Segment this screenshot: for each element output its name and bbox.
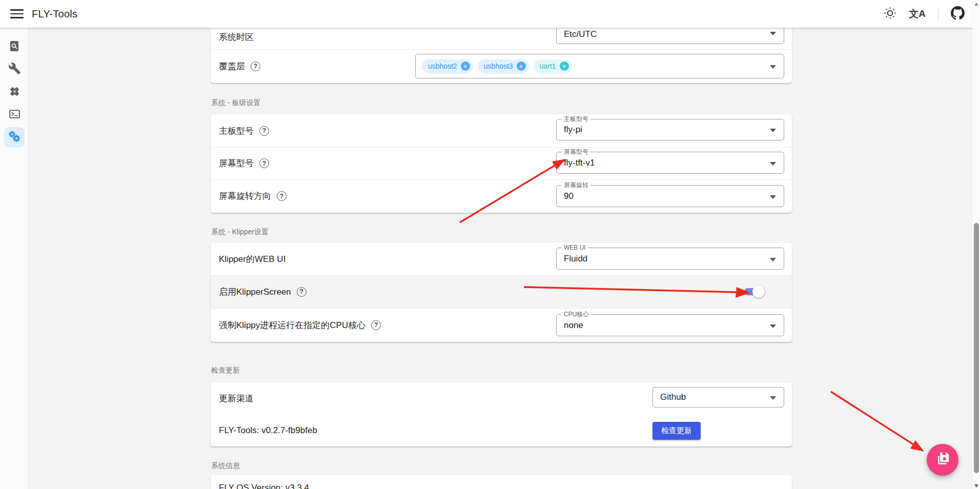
- card-sysinfo: FLY OS Version: v3.3.4: [211, 475, 792, 489]
- wrench-icon: [8, 62, 21, 77]
- help-icon[interactable]: ?: [251, 62, 260, 71]
- chip-close-icon[interactable]: ×: [517, 62, 526, 71]
- chip-label: uart1: [540, 62, 556, 70]
- chip-usbhost2[interactable]: usbhost2 ×: [422, 59, 473, 73]
- card-klipper: Klipper的WEB UI WEB UI Fluidd 启用KlipperSc…: [211, 243, 792, 342]
- screen-value: fly-tft-v1: [564, 158, 595, 168]
- scrollbar: [972, 0, 980, 489]
- screen-label: 屏幕型号: [219, 157, 254, 169]
- github-link[interactable]: [951, 6, 965, 22]
- page-title: FLY-Tools: [32, 8, 77, 20]
- card-board: 主板型号 ? 主板型号 fly-pi 屏幕型号 ? 屏幕型号 fly-tft-v…: [211, 114, 792, 213]
- timezone-label: 系统时区: [219, 31, 254, 43]
- rotation-label: 屏幕旋转方向: [219, 190, 271, 202]
- chip-label: usbhost3: [484, 62, 513, 70]
- scrollbar-thumb[interactable]: [974, 223, 979, 473]
- theme-toggle-button[interactable]: [884, 7, 896, 22]
- sidebar-item-tools[interactable]: [4, 59, 25, 79]
- toggle-thumb: [752, 286, 765, 298]
- mainboard-select-label: 主板型号: [562, 115, 590, 123]
- check-update-button[interactable]: 检查更新: [652, 422, 701, 440]
- chevron-down-icon: [770, 65, 776, 69]
- file-search-icon: [8, 40, 21, 54]
- app-bar: FLY-Tools 文A: [0, 0, 980, 28]
- section-header-board: 系统 - 板级设置: [211, 98, 260, 108]
- section-header-sysinfo: 系统信息: [211, 461, 240, 471]
- sidebar-item-terminal[interactable]: [4, 105, 25, 125]
- menu-button[interactable]: [10, 8, 24, 20]
- help-icon[interactable]: ?: [259, 158, 269, 168]
- cpucore-select[interactable]: CPU核心 none: [556, 314, 784, 336]
- webui-label: Klipper的WEB UI: [219, 253, 285, 265]
- row-version: FLY-Tools: v0.2.7-fb9bfeb: [211, 415, 792, 446]
- mainboard-label: 主板型号: [219, 125, 254, 137]
- help-icon[interactable]: ?: [259, 126, 269, 136]
- rotation-select[interactable]: 屏幕旋转 90: [556, 185, 784, 207]
- chevron-down-icon: [770, 324, 776, 328]
- overlays-label: 覆盖层: [219, 60, 245, 72]
- save-fab-button[interactable]: [927, 444, 958, 476]
- appbar-divider: [938, 7, 938, 21]
- sidebar-item-file-search[interactable]: [4, 37, 25, 57]
- sidebar: [0, 28, 29, 489]
- help-icon[interactable]: ?: [371, 320, 381, 330]
- mainboard-select[interactable]: 主板型号 fly-pi: [556, 119, 784, 140]
- chevron-down-icon: [770, 195, 776, 199]
- chevron-down-icon: [770, 258, 776, 261]
- webui-select-label: WEB UI: [562, 244, 588, 251]
- channel-select[interactable]: Github: [652, 387, 784, 408]
- channel-label: 更新渠道: [219, 393, 254, 404]
- chevron-down-icon: [770, 129, 776, 132]
- save-all-icon: [934, 451, 951, 469]
- klipperscreen-toggle[interactable]: [744, 286, 771, 298]
- terminal-icon: [8, 108, 21, 123]
- row-klipperscreen: 启用KlipperScreen ?: [211, 275, 792, 308]
- screen-select[interactable]: 屏幕型号 fly-tft-v1: [556, 152, 784, 174]
- chevron-down-icon: [770, 162, 776, 166]
- chip-usbhost3[interactable]: usbhost3 ×: [478, 59, 529, 73]
- gears-icon: [8, 130, 21, 145]
- os-version-label: FLY OS Version: v3.3.4: [219, 483, 309, 489]
- scrollbar-up-arrow[interactable]: [974, 3, 978, 6]
- cpucore-value: none: [564, 320, 583, 331]
- brightness-icon: [884, 7, 896, 22]
- section-header-klipper: 系统 - Klipper设置: [211, 228, 269, 237]
- rotation-value: 90: [564, 191, 574, 201]
- card-general: 系统时区 Etc/UTC 覆盖层 ? usbhost2 × usbhost3 ×…: [211, 28, 792, 83]
- row-os-version: FLY OS Version: v3.3.4: [211, 479, 792, 489]
- sidebar-item-patch[interactable]: [4, 82, 25, 103]
- channel-value: Github: [660, 392, 686, 402]
- translate-button[interactable]: 文A: [909, 7, 926, 21]
- chip-uart1[interactable]: uart1 ×: [534, 59, 572, 73]
- version-label: FLY-Tools: v0.2.7-fb9bfeb: [219, 425, 317, 436]
- chip-close-icon[interactable]: ×: [560, 62, 569, 71]
- cpucore-select-label: CPU核心: [562, 311, 591, 318]
- overlays-select[interactable]: usbhost2 × usbhost3 × uart1 ×: [415, 54, 784, 78]
- github-icon: [951, 6, 965, 22]
- bandage-icon: [8, 85, 21, 100]
- help-icon[interactable]: ?: [277, 191, 287, 201]
- chip-label: usbhost2: [428, 62, 457, 70]
- chip-close-icon[interactable]: ×: [461, 62, 470, 71]
- webui-select[interactable]: WEB UI Fluidd: [556, 248, 784, 270]
- webui-value: Fluidd: [564, 254, 587, 264]
- help-icon[interactable]: ?: [297, 287, 307, 297]
- chevron-down-icon: [770, 396, 776, 400]
- sidebar-item-settings[interactable]: [4, 127, 25, 148]
- card-updates: 更新渠道 Github FLY-Tools: v0.2.7-fb9bfeb 检查…: [211, 383, 792, 446]
- rotation-select-label: 屏幕旋转: [562, 181, 590, 189]
- screen-select-label: 屏幕型号: [562, 148, 590, 155]
- section-header-updates: 检查更新: [211, 366, 240, 375]
- cpucore-label: 强制Klippy进程运行在指定的CPU核心: [219, 319, 365, 331]
- timezone-value: Etc/UTC: [564, 29, 597, 39]
- mainboard-value: fly-pi: [564, 125, 582, 135]
- translate-icon: 文A: [909, 7, 926, 21]
- scrollbar-down-arrow[interactable]: [974, 484, 978, 487]
- chevron-down-icon: [770, 32, 776, 35]
- klipperscreen-label: 启用KlipperScreen: [219, 286, 291, 298]
